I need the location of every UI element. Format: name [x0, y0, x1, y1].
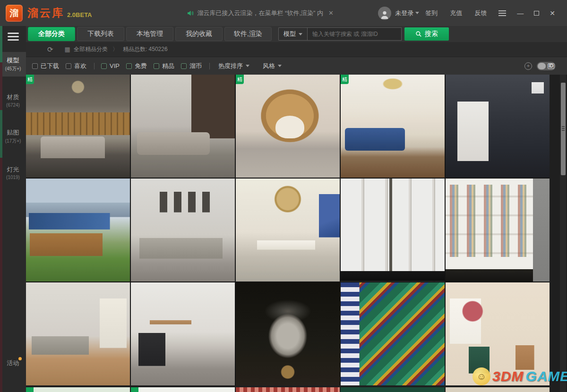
- tab-software-render[interactable]: 软件,渲染: [224, 27, 272, 41]
- app-title: 溜云库: [27, 6, 64, 20]
- vertical-scrollbar[interactable]: [560, 75, 566, 392]
- premium-badge: 精: [236, 75, 244, 84]
- search-button[interactable]: 搜索: [404, 27, 449, 41]
- sidebar-item-textures[interactable]: 贴图 (17万+): [0, 124, 26, 149]
- tab-all-categories[interactable]: 全部分类: [28, 27, 75, 41]
- filter-premium[interactable]: 精品: [154, 62, 174, 70]
- checkbox-icon: [181, 63, 187, 69]
- checkbox-icon: [126, 63, 132, 69]
- filter-divider: [209, 63, 210, 69]
- thumbnail-dining-room-mirror[interactable]: [236, 179, 340, 281]
- premium-badge: [26, 387, 34, 392]
- thumbnail-white-wardrobe[interactable]: [341, 179, 445, 281]
- app-logo-icon: 溜: [6, 5, 23, 22]
- scrollbar-thumb[interactable]: [561, 83, 566, 175]
- maximize-button[interactable]: [529, 9, 544, 17]
- thumbnail-next-row-tile-2[interactable]: [131, 387, 235, 392]
- cloud-render-notice: 溜云库已接入云渲染，在菜单栏 “软件,渲染” 内 ✕: [187, 9, 334, 17]
- refresh-icon[interactable]: ⟳: [47, 45, 53, 54]
- feedback-button[interactable]: 反馈: [468, 9, 493, 17]
- filter-free[interactable]: 免费: [126, 62, 147, 70]
- tab-download-list[interactable]: 下载列表: [77, 27, 124, 41]
- main-nav: 全部分类 下载列表 本地管理 我的收藏 软件,渲染 模型 搜索: [26, 26, 567, 42]
- check-in-button[interactable]: 签到: [419, 9, 444, 17]
- recharge-button[interactable]: 充值: [444, 9, 468, 17]
- breadcrumb-bar: ⟳ ▦ 全部精品分类 〉 精品总数: 450226: [26, 42, 567, 57]
- login-status-label[interactable]: 未登录: [395, 9, 413, 17]
- filter-coin[interactable]: 溜币: [181, 62, 202, 70]
- thumbnail-bedroom-scene[interactable]: 精: [26, 75, 130, 178]
- next-row-slivers: [26, 387, 550, 392]
- site-watermark: ☺ 3DM GAME: [472, 367, 567, 385]
- close-button[interactable]: ✕: [544, 9, 560, 17]
- search-input[interactable]: [307, 27, 402, 41]
- search-icon: [415, 31, 422, 37]
- tab-my-favorites[interactable]: 我的收藏: [175, 27, 223, 41]
- filter-vip[interactable]: VIP: [101, 62, 120, 69]
- titlebar-right: 未登录 签到 充值 反馈 — ✕: [378, 7, 567, 20]
- user-menu-caret-icon[interactable]: [415, 12, 419, 14]
- category-grid-icon: ▦: [65, 46, 70, 53]
- chevron-down-icon: [278, 65, 282, 67]
- search-bar: 模型 搜索: [278, 27, 449, 41]
- chevron-down-icon: [246, 65, 249, 67]
- chevron-down-icon: [299, 33, 302, 35]
- sidebar: 模型 (45万+) 材质 (6724) 贴图 (17万+) 灯光 (1019) …: [0, 26, 26, 392]
- thumbnail-gray-living-room[interactable]: [131, 75, 235, 178]
- thumbnail-dark-hallway-door[interactable]: [446, 75, 550, 178]
- filter-right-group: + ID: [524, 62, 567, 70]
- maximize-icon: [534, 11, 539, 16]
- premium-badge: 精: [341, 75, 349, 84]
- thumbnail-deer-head-sculpture[interactable]: [236, 282, 340, 385]
- globe-icon[interactable]: +: [524, 62, 532, 70]
- app-menu-icon[interactable]: [493, 9, 512, 17]
- checkbox-icon: [32, 63, 38, 69]
- checkbox-icon: [66, 63, 71, 69]
- app-version: 2.0BETA: [67, 11, 92, 18]
- avatar[interactable]: [378, 7, 391, 20]
- search-category-dropdown[interactable]: 模型: [278, 27, 307, 41]
- thumbnail-next-row-tile-4[interactable]: [341, 387, 445, 392]
- sidebar-item-models[interactable]: 模型 (45万+): [0, 52, 26, 77]
- id-toggle-label: ID: [548, 63, 554, 69]
- checkbox-icon: [154, 63, 159, 69]
- breadcrumb-arrow: 〉: [112, 45, 118, 53]
- thumbnail-mosaic-tiles[interactable]: [341, 282, 445, 385]
- hamburger-menu-icon[interactable]: [8, 33, 26, 41]
- smiley-logo-icon: ☺: [472, 367, 490, 385]
- style-dropdown[interactable]: 风格: [263, 62, 282, 70]
- minimize-button[interactable]: —: [512, 9, 529, 17]
- thumbnail-grid: 精精精: [26, 75, 550, 385]
- thumbnail-next-row-tile-5[interactable]: [446, 387, 550, 392]
- sidebar-item-materials[interactable]: 材质 (6724): [0, 89, 26, 112]
- filter-downloaded[interactable]: 已下载: [32, 62, 59, 70]
- person-icon: [379, 9, 390, 20]
- sort-dropdown[interactable]: 热度排序: [218, 62, 249, 70]
- watermark-brand: 3DM: [492, 368, 524, 384]
- thumbnail-bookshelf-display[interactable]: [446, 179, 550, 281]
- tab-local-management[interactable]: 本地管理: [126, 27, 173, 41]
- notice-close-icon[interactable]: ✕: [328, 9, 334, 17]
- thumbnail-rattan-chair[interactable]: 精: [236, 75, 340, 178]
- thumbnail-next-row-tile-1[interactable]: [26, 387, 130, 392]
- thumbnail-solar-cabin[interactable]: [26, 179, 130, 281]
- breadcrumb[interactable]: 全部精品分类: [74, 45, 108, 53]
- sidebar-item-activity[interactable]: 活动: [0, 359, 26, 367]
- thumbnail-blue-sofa-living-room[interactable]: 精: [341, 75, 445, 178]
- thumbnail-next-row-tile-3[interactable]: [236, 387, 340, 392]
- sidebar-item-lights[interactable]: 灯光 (1019): [0, 161, 26, 184]
- premium-badge: 精: [26, 75, 34, 84]
- thumbnail-gallery-living-room[interactable]: [131, 179, 235, 281]
- thumbnail-white-kitchen[interactable]: [131, 282, 235, 385]
- id-display-toggle[interactable]: ID: [537, 62, 556, 70]
- thumbnail-balcony-living-room[interactable]: [26, 282, 130, 385]
- notice-text: 溜云库已接入云渲染，在菜单栏 “软件,渲染” 内: [198, 9, 324, 17]
- sidebar-accent-strip: [0, 26, 2, 392]
- filter-bar: 已下载 喜欢 VIP 免费 精品 溜币 热度排序 风格 + ID: [26, 57, 567, 75]
- total-count-label: 精品总数: 450226: [123, 45, 168, 53]
- filter-divider: [94, 63, 94, 69]
- titlebar: 溜 溜云库 2.0BETA 溜云库已接入云渲染，在菜单栏 “软件,渲染” 内 ✕…: [0, 0, 567, 26]
- speaker-icon: [187, 9, 194, 17]
- filter-liked[interactable]: 喜欢: [66, 62, 86, 70]
- toggle-knob: [538, 63, 546, 69]
